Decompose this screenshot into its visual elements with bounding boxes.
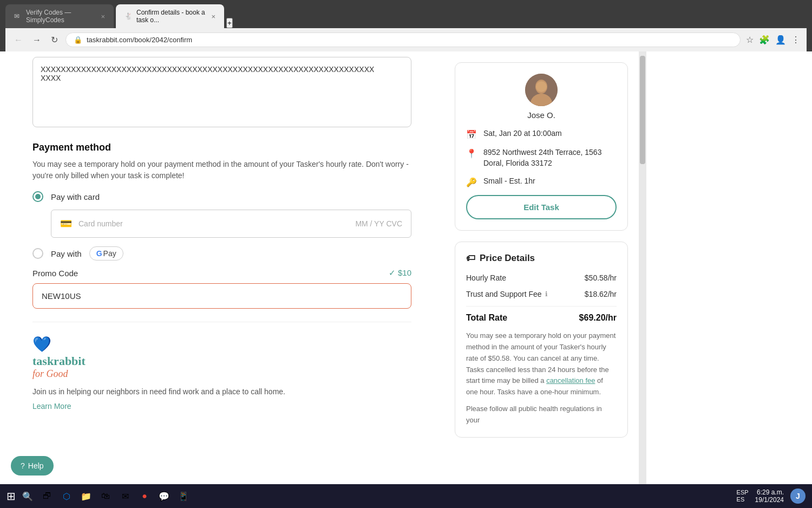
card-radio-button[interactable] [32, 191, 43, 202]
tab-confirm[interactable]: 🐇 Confirm details - book a task o... × [116, 4, 224, 28]
tasker-avatar [525, 74, 558, 106]
promo-code-label: Promo Code [32, 269, 78, 278]
pay-with-gpay-option[interactable]: Pay with G Pay [32, 246, 411, 260]
address-bar-row: ← → ↻ 🔒 taskrabbit.com/book/2042/confirm… [5, 28, 807, 51]
card-input-row[interactable]: 💳 Card number MM / YY CVC [51, 210, 411, 238]
cancellation-fee-link[interactable]: cancellation fee [546, 376, 595, 385]
card-number-placeholder: Card number [78, 219, 349, 228]
svg-point-3 [536, 81, 547, 92]
pay-with-card-option[interactable]: Pay with card [32, 191, 411, 202]
price-details-card: 🏷 Price Details Hourly Rate $50.58/hr Tr… [455, 242, 628, 437]
task-size-text: Small - Est. 1hr [483, 176, 535, 187]
gpay-logo: G Pay [89, 246, 123, 260]
info-icon[interactable]: ℹ [545, 290, 548, 298]
card-icon: 💳 [60, 218, 72, 230]
hourly-rate-value: $50.58/hr [585, 273, 617, 282]
refresh-button[interactable]: ↻ [49, 32, 60, 47]
taskbar: ⊞ 🔍 🗗 ⬡ 📁 🛍 ✉ ● 💬 📱 ESPES 6:29 a.m. 19/1… [0, 484, 812, 485]
trfg-logo-area: 💙 taskrabbit for Good [32, 335, 411, 380]
payment-description: You may see a temporary hold on your pay… [32, 159, 411, 181]
address-line1: 8952 Northwest 24th Terrace, 1563 [483, 147, 601, 158]
trust-fee-row: Trust and Support Fee ℹ $18.62/hr [466, 290, 617, 298]
sidebar: Jose O. 📅 Sat, Jan 20 at 10:00am 📍 8952 … [444, 51, 639, 485]
trfg-tagline: for Good [32, 368, 411, 380]
trust-fee-value: $18.62/hr [585, 290, 617, 298]
tab-verify-codes[interactable]: ✉ Verify Codes — SimplyCodes × [5, 4, 114, 28]
location-icon: 📍 [466, 148, 477, 159]
scrollbar[interactable] [639, 51, 646, 485]
gpay-g: G [96, 249, 102, 258]
price-tag-icon: 🏷 [466, 253, 475, 264]
hourly-rate-row: Hourly Rate $50.58/hr [466, 273, 617, 282]
promo-applied-badge: ✓ $10 [389, 268, 411, 278]
tab-close-1[interactable]: × [101, 12, 105, 21]
profile-icon[interactable]: 👤 [775, 35, 786, 45]
task-description-textarea[interactable]: XXXXXXXXXXXXXXXXXXXXXXXXXXXXXXXXXXXXXXXX… [32, 57, 411, 127]
taskrabbit-for-good-section: 💙 taskrabbit for Good Join us in helping… [32, 335, 411, 416]
hourly-rate-label: Hourly Rate [466, 273, 506, 282]
trust-fee-label: Trust and Support Fee ℹ [466, 290, 548, 298]
page: XXXXXXXXXXXXXXXXXXXXXXXXXXXXXXXXXXXXXXXX… [0, 51, 812, 485]
total-rate-label: Total Rate [466, 313, 507, 323]
price-details-title: 🏷 Price Details [466, 253, 617, 264]
forward-button[interactable]: → [30, 33, 43, 47]
calendar-icon: 📅 [466, 129, 477, 140]
trfg-for-good: for Good [32, 368, 68, 379]
tab-favicon-2: 🐇 [125, 12, 132, 20]
settings-icon[interactable]: ⋮ [791, 35, 800, 45]
promo-code-section: Promo Code ✓ $10 [32, 268, 411, 309]
learn-more-link[interactable]: Learn More [32, 402, 71, 411]
payment-section-title: Payment method [32, 142, 411, 153]
tab-title-2: Confirm details - book a task o... [136, 9, 207, 24]
bookmark-icon[interactable]: ☆ [746, 35, 754, 45]
pay-with-label: Pay with [51, 249, 82, 258]
back-button[interactable]: ← [12, 33, 25, 47]
payment-method-section: Payment method You may see a temporary h… [32, 142, 411, 260]
scrollbar-thumb[interactable] [640, 56, 645, 164]
edit-task-button[interactable]: Edit Task [466, 195, 617, 219]
gpay-text: Pay [103, 249, 116, 258]
help-label: Help [28, 461, 44, 470]
tab-bar: ✉ Verify Codes — SimplyCodes × 🐇 Confirm… [5, 4, 807, 28]
section-divider [32, 322, 411, 322]
promo-row: Promo Code ✓ $10 [32, 268, 411, 278]
price-divider [466, 306, 617, 307]
toolbar-icons: ☆ 🧩 👤 ⋮ [746, 35, 800, 45]
trfg-brand-name: taskrabbit [32, 354, 86, 368]
help-button[interactable]: ? Help [11, 456, 54, 476]
date-time-text: Sat, Jan 20 at 10:00am [483, 128, 562, 139]
task-size-row: 🔑 Small - Est. 1hr [466, 176, 617, 187]
new-tab-button[interactable]: + [226, 18, 233, 28]
address-line2: Doral, Florida 33172 [483, 158, 601, 169]
address-row: 📍 8952 Northwest 24th Terrace, 1563 Dora… [466, 147, 617, 168]
trfg-description: Join us in helping our neighbors in need… [32, 386, 411, 398]
help-icon: ? [21, 461, 25, 470]
tab-title-1: Verify Codes — SimplyCodes [26, 9, 96, 24]
total-rate-value: $69.20/hr [579, 313, 617, 323]
price-note: You may see a temporary hold on your pay… [466, 330, 617, 398]
avatar-svg [525, 74, 558, 106]
date-time-row: 📅 Sat, Jan 20 at 10:00am [466, 128, 617, 140]
gpay-radio-button[interactable] [32, 248, 43, 259]
main-content: XXXXXXXXXXXXXXXXXXXXXXXXXXXXXXXXXXXXXXXX… [0, 51, 444, 485]
lock-icon: 🔒 [74, 36, 82, 44]
browser-chrome: ✉ Verify Codes — SimplyCodes × 🐇 Confirm… [0, 0, 812, 51]
tasker-info-card: Jose O. 📅 Sat, Jan 20 at 10:00am 📍 8952 … [455, 62, 628, 231]
tab-close-2[interactable]: × [211, 12, 215, 21]
address-bar[interactable]: 🔒 taskrabbit.com/book/2042/confirm [66, 32, 741, 47]
tasker-name: Jose O. [466, 110, 617, 120]
task-size-icon: 🔑 [466, 177, 477, 187]
tab-favicon-1: ✉ [14, 12, 22, 20]
url-display: taskrabbit.com/book/2042/confirm [87, 36, 732, 44]
promo-code-input[interactable] [32, 283, 411, 309]
trfg-logo-text: taskrabbit [32, 354, 411, 368]
total-rate-row: Total Rate $69.20/hr [466, 313, 617, 323]
extension-icon[interactable]: 🧩 [759, 35, 770, 45]
pay-with-card-label: Pay with card [51, 192, 100, 201]
card-date-cvc: MM / YY CVC [355, 219, 402, 228]
heart-icon: 💙 [32, 335, 411, 353]
price-note2: Please follow all public health regulati… [466, 403, 617, 426]
